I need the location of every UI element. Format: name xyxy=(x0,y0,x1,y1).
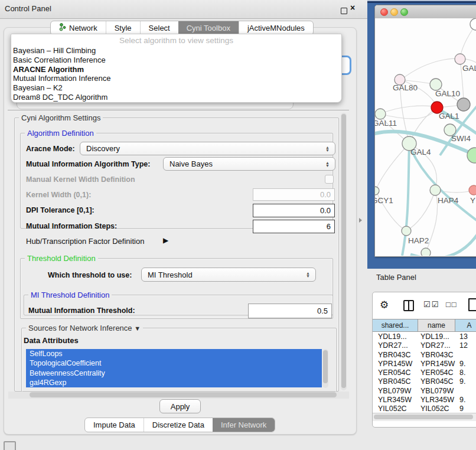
node-label: GAL11 xyxy=(375,119,397,128)
network-node[interactable] xyxy=(421,248,431,256)
hub-collapse-arrow-icon[interactable]: ▶ xyxy=(163,236,168,244)
node-label: GAL xyxy=(462,64,476,73)
algorithm-option[interactable]: Dream8 DC_TDC Algorithm xyxy=(11,93,341,102)
settings-horizontal-scrollbar[interactable] xyxy=(8,392,349,399)
mi-type-combo[interactable]: Naive Bayes ▲▼ xyxy=(163,157,335,171)
tab-network[interactable]: Network xyxy=(51,21,106,35)
table-row[interactable]: YBR043CYBR043C xyxy=(373,351,476,360)
network-node[interactable] xyxy=(470,18,476,30)
zoom-traffic-light-icon[interactable] xyxy=(400,8,408,16)
network-node-gal10[interactable] xyxy=(430,79,442,90)
minimize-traffic-light-icon[interactable] xyxy=(390,8,398,16)
network-window: GAL GAL80 GAL10 GAL1 GAL11 SWI4 GAL4 GCY… xyxy=(374,5,476,257)
sources-expand-arrow-icon[interactable]: ▼ xyxy=(134,325,141,332)
data-attributes-list: SelfLoops TopologicalCoefficient Between… xyxy=(26,349,322,387)
node-label: HAP4 xyxy=(438,196,459,205)
algorithm-option-selected[interactable]: ARACNE Algorithm xyxy=(11,65,341,74)
table-header-row: shared... name A xyxy=(373,319,476,332)
attributes-scrollbar[interactable] xyxy=(322,349,328,388)
columns-icon[interactable] xyxy=(403,300,414,311)
network-node[interactable] xyxy=(467,148,476,163)
network-node[interactable] xyxy=(469,185,476,195)
app-screen: Control Panel × gal-filtered.sif default… xyxy=(0,0,476,450)
deselect-all-checkboxes-icon[interactable]: □□ xyxy=(446,300,458,309)
kernel-width-field[interactable]: 0.0 xyxy=(253,188,335,201)
node-label: GAL1 xyxy=(439,112,459,120)
close-traffic-light-icon[interactable] xyxy=(380,8,388,16)
hub-definition-label: Hub/Transcription Factor Definition xyxy=(26,237,144,246)
node-label: GAL4 xyxy=(410,148,431,156)
table-row[interactable]: YBL079WYBL079W xyxy=(373,387,476,396)
network-graph: GAL GAL80 GAL10 GAL1 GAL11 SWI4 GAL4 GCY… xyxy=(375,18,476,256)
attribute-item[interactable]: TopologicalCoefficient xyxy=(26,358,322,368)
tab-network-label: Network xyxy=(69,24,97,32)
tab-select[interactable]: Select xyxy=(140,21,178,35)
aracne-mode-label: Aracne Mode: xyxy=(26,145,75,153)
network-canvas[interactable]: GAL GAL80 GAL10 GAL1 GAL11 SWI4 GAL4 GCY… xyxy=(375,18,476,256)
node-label: GAL80 xyxy=(393,83,418,92)
export-table-icon[interactable] xyxy=(468,298,476,311)
close-icon[interactable]: × xyxy=(350,3,355,12)
apply-button[interactable]: Apply xyxy=(159,399,201,413)
table-horizontal-scrollbar[interactable] xyxy=(373,413,476,421)
select-all-checkboxes-icon[interactable]: ☑☑ xyxy=(423,300,439,309)
sources-title: Sources for Network Inference ▼ xyxy=(26,324,143,332)
column-header-name[interactable]: name xyxy=(418,319,455,332)
network-node-gcy1[interactable] xyxy=(375,187,379,195)
table-row[interactable]: YPR145WYPR145W9. xyxy=(373,360,476,369)
restore-panel-icon[interactable] xyxy=(4,441,16,450)
tab-discretize-data[interactable]: Discretize Data xyxy=(144,418,213,432)
table-row[interactable]: YDL19...YDL19...13 xyxy=(373,332,476,341)
tab-infer-network[interactable]: Infer Network xyxy=(213,418,275,432)
network-node-gal11[interactable] xyxy=(375,109,386,119)
mi-threshold-field[interactable]: 0.5 xyxy=(248,304,332,318)
network-node-hap2[interactable] xyxy=(402,226,411,236)
column-header-partial[interactable]: A xyxy=(455,319,476,332)
which-threshold-combo[interactable]: MI Threshold ▲▼ xyxy=(141,268,316,282)
mi-steps-field[interactable]: 6 xyxy=(253,220,335,233)
settings-vertical-scrollbar[interactable] xyxy=(341,113,347,390)
table-toolbar: ⚙ ☑☑ □□ xyxy=(373,292,476,318)
column-header-shared-name[interactable]: shared... xyxy=(373,319,418,332)
dpi-tolerance-field[interactable]: 0.0 xyxy=(253,204,335,217)
algorithm-placeholder: Select algorithm to view settings xyxy=(11,34,341,46)
algorithm-option[interactable]: Bayesian – Hill Climbing xyxy=(11,46,341,56)
tab-cyni-toolbox[interactable]: Cyni Toolbox xyxy=(178,21,239,35)
control-panel-titlebar xyxy=(0,0,367,19)
attribute-item[interactable]: BetweennessCentrality xyxy=(26,369,322,378)
node-label: SWI4 xyxy=(451,134,471,143)
tab-jactivemnodules[interactable]: jActiveMNodules xyxy=(239,21,313,35)
aracne-mode-combo[interactable]: Discovery ▲▼ xyxy=(80,142,335,155)
algorithm-option[interactable]: Mutual Information Inference xyxy=(11,74,341,83)
network-node-hap4[interactable] xyxy=(430,185,441,195)
table-row[interactable]: YDR27...YDR27...12 xyxy=(373,341,476,350)
attribute-item[interactable]: SelfLoops xyxy=(26,349,322,358)
node-label: HAP2 xyxy=(408,236,429,245)
table-row[interactable]: YLR345WYLR345W9. xyxy=(373,396,476,405)
gear-icon[interactable]: ⚙ xyxy=(380,299,389,311)
table-row[interactable]: YER054CYER054C8. xyxy=(373,369,476,377)
network-tab-icon xyxy=(59,23,66,33)
table-rows: YDL19...YDL19...13 YDR27...YDR27...12 YB… xyxy=(373,332,476,414)
attribute-item[interactable]: gal4RGexp xyxy=(26,378,322,387)
tab-style[interactable]: Style xyxy=(106,21,140,35)
mi-steps-label: Mutual Information Steps: xyxy=(26,222,117,230)
mi-threshold-title: MI Threshold Definition xyxy=(28,291,112,299)
network-window-titlebar[interactable] xyxy=(375,5,476,19)
threshold-definition-title: Threshold Definition xyxy=(25,254,98,263)
algorithm-option[interactable]: Bayesian – K2 xyxy=(11,83,341,93)
settings-scroll-area: Cyni Algorithm Settings Algorithm Defini… xyxy=(8,110,349,392)
manual-kernel-checkbox[interactable] xyxy=(325,175,334,184)
network-node-gray[interactable] xyxy=(457,98,470,111)
node-label: GAL10 xyxy=(435,89,460,98)
network-node[interactable] xyxy=(455,54,465,64)
manual-kernel-label: Manual Kernel Width Definition xyxy=(26,175,135,184)
tab-impute-data[interactable]: Impute Data xyxy=(85,418,144,432)
table-panel: ⚙ ☑☑ □□ shared... name A YDL19...YDL19..… xyxy=(372,292,476,428)
algorithm-option[interactable]: Basic Correlation Inference xyxy=(11,56,341,65)
which-threshold-label: Which threshold to use: xyxy=(48,271,132,279)
table-row[interactable]: YBR045CYBR045C9. xyxy=(373,377,476,386)
algorithm-definition-title: Algorithm Definition xyxy=(25,129,96,138)
panel-divider-handle[interactable] xyxy=(359,218,362,223)
float-panel-icon[interactable] xyxy=(341,8,347,14)
